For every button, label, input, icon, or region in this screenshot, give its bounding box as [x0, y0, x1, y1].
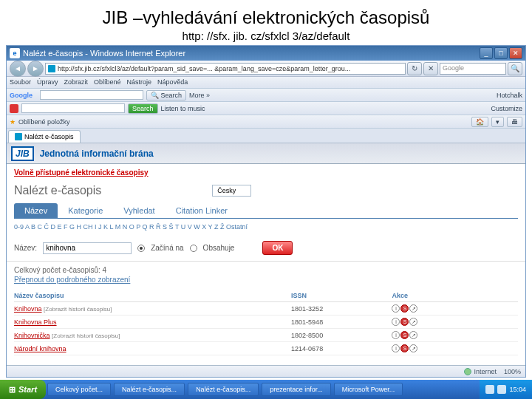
- google-label: Google: [10, 92, 33, 99]
- jib-header-text: Jednotná informační brána: [40, 149, 154, 159]
- jib-header: JIB Jednotná informační brána: [7, 143, 525, 164]
- taskbar-item[interactable]: Celkový počet...: [47, 383, 111, 396]
- tab-kategorie[interactable]: Kategorie: [58, 203, 113, 218]
- ask-search-button[interactable]: Search: [128, 103, 158, 114]
- google-search-input[interactable]: [40, 90, 143, 100]
- tab-citation[interactable]: Citation Linker: [166, 203, 238, 218]
- tray-icon[interactable]: [485, 385, 494, 394]
- start-button[interactable]: Start: [0, 380, 46, 399]
- menu-edit[interactable]: Úpravy: [37, 78, 58, 86]
- taskbar-item[interactable]: Microsoft Power...: [334, 383, 403, 396]
- name-label: Název:: [14, 244, 37, 252]
- print-button[interactable]: 🖶: [507, 117, 522, 127]
- zone-label: Internet: [474, 368, 497, 375]
- journal-link[interactable]: Knihovna: [14, 305, 42, 313]
- forward-button[interactable]: ►: [27, 61, 44, 77]
- search-tabs: Název Kategorie Vyhledat Citation Linker: [14, 203, 518, 219]
- table-row: Knihovna Plus 1801-5948iS↗: [14, 316, 518, 329]
- results-table: Název časopisu ISSN Akce Knihovna [Zobra…: [14, 290, 518, 355]
- col-issn: ISSN: [291, 290, 392, 302]
- close-button[interactable]: ✕: [509, 47, 522, 59]
- tab-vyhledat[interactable]: Vyhledat: [113, 203, 165, 218]
- google-toolbar: Google 🔍 Search More » Hotchalk: [7, 89, 525, 102]
- taskbar-item[interactable]: prezentace infor...: [262, 383, 331, 396]
- url-favicon-icon: [48, 65, 55, 72]
- ok-button[interactable]: OK: [262, 241, 293, 255]
- url-input[interactable]: http://sfx.jib.cz/sfxlcl3/az/default?par…: [45, 63, 406, 75]
- maximize-button[interactable]: □: [494, 47, 508, 59]
- slide-title: JIB –vyhledávání elektronických časopisů: [0, 0, 532, 30]
- info-icon[interactable]: i: [392, 331, 400, 339]
- address-bar: ◄ ► http://sfx.jib.cz/sfxlcl3/az/default…: [7, 61, 525, 77]
- switch-view-link[interactable]: Přepnout do podrobného zobrazení: [14, 276, 518, 284]
- col-actions: Akce: [392, 290, 518, 302]
- sfx-icon[interactable]: S: [400, 344, 409, 352]
- status-bar: Internet 100%: [7, 365, 525, 377]
- ask-search-input[interactable]: [21, 103, 125, 113]
- google-search-button[interactable]: 🔍 Search: [146, 90, 186, 100]
- link-icon[interactable]: ↗: [409, 304, 417, 313]
- taskbar: Start Celkový počet...Nalézt e-časopis..…: [0, 380, 532, 399]
- stop-button[interactable]: ✕: [423, 62, 438, 75]
- menu-file[interactable]: Soubor: [10, 78, 31, 86]
- minimize-button[interactable]: _: [480, 47, 493, 59]
- table-row: Národní knihovna 1214-0678iS↗: [14, 342, 518, 355]
- feeds-button[interactable]: ▾: [491, 117, 504, 127]
- clock: 15:04: [509, 386, 526, 393]
- back-button[interactable]: ◄: [10, 61, 26, 77]
- hotchalk-button[interactable]: Hotchalk: [497, 92, 522, 99]
- journal-link[interactable]: Knihovnička: [14, 332, 50, 339]
- window-title: Nalézt e-časopis - Windows Internet Expl…: [23, 49, 480, 58]
- result-count: Celkový počet e-časopisů: 4: [14, 266, 518, 274]
- titlebar: e Nalézt e-časopis - Windows Internet Ex…: [7, 46, 525, 61]
- taskbar-item[interactable]: Nalézt e-časopis...: [188, 383, 259, 396]
- menu-tools[interactable]: Nástroje: [127, 78, 152, 86]
- google-more[interactable]: More »: [189, 92, 210, 99]
- menu-help[interactable]: Nápověda: [157, 78, 188, 86]
- ask-listen[interactable]: Listen to music: [161, 105, 205, 112]
- link-icon[interactable]: ↗: [409, 344, 417, 352]
- sfx-icon[interactable]: S: [400, 304, 409, 313]
- system-tray: 15:04: [480, 380, 532, 399]
- tab-bar: Nalézt e-časopis: [7, 129, 525, 143]
- refresh-button[interactable]: ↻: [407, 62, 422, 75]
- col-name: Název časopisu: [14, 290, 291, 302]
- tab-page[interactable]: Nalézt e-časopis: [8, 130, 81, 143]
- zoom-level[interactable]: 100%: [504, 368, 521, 375]
- browser-search-input[interactable]: Google: [440, 63, 506, 75]
- link-icon[interactable]: ↗: [409, 331, 417, 339]
- ask-toolbar: Search Listen to music Customize: [7, 102, 525, 115]
- alpha-bar[interactable]: 0-9 A B C Č D E F G H CH I J K L M N O P…: [7, 219, 525, 235]
- journal-link[interactable]: Národní knihovna: [14, 345, 66, 352]
- radio-contains[interactable]: [190, 245, 197, 252]
- slide-url: http: //sfx. jib. cz/sfxlcl 3/az/default: [0, 30, 532, 45]
- favorites-label[interactable]: Oblíbené položky: [18, 118, 70, 126]
- home-button[interactable]: 🏠: [471, 117, 488, 127]
- menu-view[interactable]: Zobrazit: [64, 78, 89, 86]
- journal-link[interactable]: Knihovna Plus: [14, 318, 57, 326]
- browser-window: e Nalézt e-časopis - Windows Internet Ex…: [6, 45, 526, 378]
- search-go-button[interactable]: 🔍: [508, 62, 522, 75]
- name-input[interactable]: [43, 242, 132, 254]
- sfx-icon[interactable]: S: [400, 331, 409, 339]
- page-content: JIB Jednotná informační brána Volně přís…: [7, 143, 525, 365]
- internet-zone-icon: [464, 368, 471, 375]
- link-icon[interactable]: ↗: [409, 318, 417, 326]
- info-icon[interactable]: i: [392, 344, 400, 352]
- tab-nazev[interactable]: Název: [14, 203, 58, 218]
- sfx-icon[interactable]: S: [400, 318, 409, 326]
- url-text: http://sfx.jib.cz/sfxlcl3/az/default?par…: [58, 65, 350, 72]
- menu-favorites[interactable]: Oblíbené: [94, 78, 121, 86]
- language-select[interactable]: Česky: [212, 185, 251, 197]
- jib-logo: JIB: [11, 146, 34, 161]
- red-subtitle: Volně přístupné elektronické časopisy: [7, 164, 525, 181]
- ask-customize[interactable]: Customize: [491, 105, 522, 112]
- info-icon[interactable]: i: [392, 318, 400, 326]
- menu-bar: Soubor Úpravy Zobrazit Oblíbené Nástroje…: [7, 77, 525, 89]
- tray-icon[interactable]: [497, 385, 506, 394]
- favorites-toolbar: ★ Oblíbené položky 🏠 ▾ 🖶: [7, 115, 525, 129]
- taskbar-item[interactable]: Nalézt e-časopis...: [114, 383, 185, 396]
- radio-begins[interactable]: [137, 245, 145, 252]
- ask-icon: [10, 104, 18, 113]
- info-icon[interactable]: i: [392, 304, 400, 313]
